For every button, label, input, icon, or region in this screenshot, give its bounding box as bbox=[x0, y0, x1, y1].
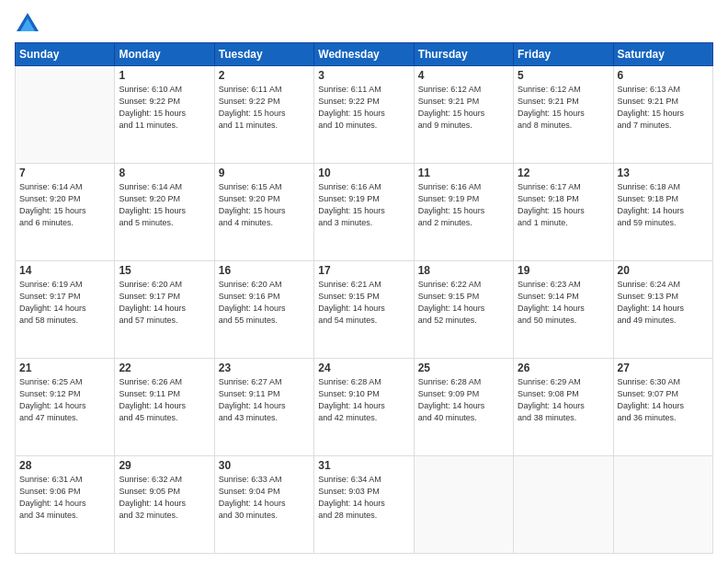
day-info: Sunrise: 6:24 AMSunset: 9:13 PMDaylight:… bbox=[618, 279, 709, 327]
day-number: 28 bbox=[19, 459, 110, 472]
day-number: 25 bbox=[418, 362, 509, 374]
calendar-week-row: 28Sunrise: 6:31 AMSunset: 9:06 PMDayligh… bbox=[16, 456, 713, 554]
calendar-cell: 26Sunrise: 6:29 AMSunset: 9:08 PMDayligh… bbox=[514, 359, 613, 456]
calendar-cell: 17Sunrise: 6:21 AMSunset: 9:15 PMDayligh… bbox=[314, 261, 414, 359]
calendar-header-thursday: Thursday bbox=[414, 43, 513, 66]
day-info: Sunrise: 6:28 AMSunset: 9:09 PMDaylight:… bbox=[418, 376, 509, 424]
day-number: 11 bbox=[418, 167, 509, 179]
calendar-cell: 13Sunrise: 6:18 AMSunset: 9:18 PMDayligh… bbox=[613, 164, 712, 261]
logo bbox=[15, 11, 44, 37]
calendar-cell: 30Sunrise: 6:33 AMSunset: 9:04 PMDayligh… bbox=[214, 456, 313, 554]
calendar-cell: 1Sunrise: 6:10 AMSunset: 9:22 PMDaylight… bbox=[115, 66, 214, 164]
day-info: Sunrise: 6:34 AMSunset: 9:03 PMDaylight:… bbox=[318, 474, 409, 522]
day-number: 24 bbox=[318, 362, 409, 374]
calendar-cell: 20Sunrise: 6:24 AMSunset: 9:13 PMDayligh… bbox=[613, 261, 712, 359]
day-info: Sunrise: 6:16 AMSunset: 9:19 PMDaylight:… bbox=[418, 181, 509, 229]
calendar-cell: 31Sunrise: 6:34 AMSunset: 9:03 PMDayligh… bbox=[314, 456, 414, 554]
calendar-cell bbox=[16, 66, 115, 164]
calendar-header-monday: Monday bbox=[115, 43, 214, 66]
calendar-cell: 16Sunrise: 6:20 AMSunset: 9:16 PMDayligh… bbox=[214, 261, 313, 359]
day-info: Sunrise: 6:23 AMSunset: 9:14 PMDaylight:… bbox=[518, 279, 609, 327]
calendar-cell bbox=[414, 456, 513, 554]
calendar-cell bbox=[613, 456, 712, 554]
day-info: Sunrise: 6:30 AMSunset: 9:07 PMDaylight:… bbox=[618, 376, 709, 424]
calendar-cell: 8Sunrise: 6:14 AMSunset: 9:20 PMDaylight… bbox=[115, 164, 214, 261]
calendar-cell: 24Sunrise: 6:28 AMSunset: 9:10 PMDayligh… bbox=[314, 359, 414, 456]
calendar-cell: 18Sunrise: 6:22 AMSunset: 9:15 PMDayligh… bbox=[414, 261, 513, 359]
day-info: Sunrise: 6:22 AMSunset: 9:15 PMDaylight:… bbox=[418, 279, 509, 327]
day-number: 5 bbox=[518, 69, 609, 82]
day-number: 23 bbox=[219, 362, 310, 374]
day-number: 3 bbox=[318, 69, 409, 82]
day-info: Sunrise: 6:31 AMSunset: 9:06 PMDaylight:… bbox=[19, 474, 110, 522]
calendar-cell: 4Sunrise: 6:12 AMSunset: 9:21 PMDaylight… bbox=[414, 66, 513, 164]
logo-icon bbox=[15, 11, 40, 37]
calendar-cell: 15Sunrise: 6:20 AMSunset: 9:17 PMDayligh… bbox=[115, 261, 214, 359]
day-number: 4 bbox=[418, 69, 509, 82]
calendar-cell: 7Sunrise: 6:14 AMSunset: 9:20 PMDaylight… bbox=[16, 164, 115, 261]
day-number: 22 bbox=[119, 362, 210, 374]
day-number: 14 bbox=[19, 264, 110, 277]
day-number: 8 bbox=[119, 167, 210, 179]
day-info: Sunrise: 6:27 AMSunset: 9:11 PMDaylight:… bbox=[219, 376, 310, 424]
day-number: 17 bbox=[318, 264, 409, 277]
calendar-week-row: 14Sunrise: 6:19 AMSunset: 9:17 PMDayligh… bbox=[16, 261, 713, 359]
day-info: Sunrise: 6:13 AMSunset: 9:21 PMDaylight:… bbox=[618, 84, 709, 132]
calendar-cell: 3Sunrise: 6:11 AMSunset: 9:22 PMDaylight… bbox=[314, 66, 414, 164]
day-number: 10 bbox=[318, 167, 409, 179]
day-info: Sunrise: 6:15 AMSunset: 9:20 PMDaylight:… bbox=[219, 181, 310, 229]
day-info: Sunrise: 6:12 AMSunset: 9:21 PMDaylight:… bbox=[518, 84, 609, 132]
calendar-table: SundayMondayTuesdayWednesdayThursdayFrid… bbox=[15, 42, 713, 554]
calendar-cell: 5Sunrise: 6:12 AMSunset: 9:21 PMDaylight… bbox=[514, 66, 613, 164]
day-number: 16 bbox=[219, 264, 310, 277]
calendar-week-row: 7Sunrise: 6:14 AMSunset: 9:20 PMDaylight… bbox=[16, 164, 713, 261]
day-number: 7 bbox=[19, 167, 110, 179]
day-info: Sunrise: 6:19 AMSunset: 9:17 PMDaylight:… bbox=[19, 279, 110, 327]
day-info: Sunrise: 6:20 AMSunset: 9:16 PMDaylight:… bbox=[219, 279, 310, 327]
day-number: 18 bbox=[418, 264, 509, 277]
day-info: Sunrise: 6:14 AMSunset: 9:20 PMDaylight:… bbox=[119, 181, 210, 229]
calendar-cell: 9Sunrise: 6:15 AMSunset: 9:20 PMDaylight… bbox=[214, 164, 313, 261]
calendar-header-sunday: Sunday bbox=[16, 43, 115, 66]
calendar-cell: 12Sunrise: 6:17 AMSunset: 9:18 PMDayligh… bbox=[514, 164, 613, 261]
calendar-cell: 6Sunrise: 6:13 AMSunset: 9:21 PMDaylight… bbox=[613, 66, 712, 164]
day-info: Sunrise: 6:18 AMSunset: 9:18 PMDaylight:… bbox=[618, 181, 709, 229]
day-info: Sunrise: 6:16 AMSunset: 9:19 PMDaylight:… bbox=[318, 181, 409, 229]
day-number: 19 bbox=[518, 264, 609, 277]
calendar-cell: 22Sunrise: 6:26 AMSunset: 9:11 PMDayligh… bbox=[115, 359, 214, 456]
calendar-cell: 29Sunrise: 6:32 AMSunset: 9:05 PMDayligh… bbox=[115, 456, 214, 554]
calendar-cell: 2Sunrise: 6:11 AMSunset: 9:22 PMDaylight… bbox=[214, 66, 313, 164]
day-number: 31 bbox=[318, 459, 409, 472]
day-info: Sunrise: 6:20 AMSunset: 9:17 PMDaylight:… bbox=[119, 279, 210, 327]
day-number: 9 bbox=[219, 167, 310, 179]
day-info: Sunrise: 6:14 AMSunset: 9:20 PMDaylight:… bbox=[19, 181, 110, 229]
day-number: 1 bbox=[119, 69, 210, 82]
calendar-header-tuesday: Tuesday bbox=[214, 43, 313, 66]
day-info: Sunrise: 6:12 AMSunset: 9:21 PMDaylight:… bbox=[418, 84, 509, 132]
day-number: 15 bbox=[119, 264, 210, 277]
day-info: Sunrise: 6:25 AMSunset: 9:12 PMDaylight:… bbox=[19, 376, 110, 424]
day-info: Sunrise: 6:33 AMSunset: 9:04 PMDaylight:… bbox=[219, 474, 310, 522]
day-info: Sunrise: 6:10 AMSunset: 9:22 PMDaylight:… bbox=[119, 84, 210, 132]
day-info: Sunrise: 6:11 AMSunset: 9:22 PMDaylight:… bbox=[318, 84, 409, 132]
calendar-cell bbox=[514, 456, 613, 554]
calendar-header-row: SundayMondayTuesdayWednesdayThursdayFrid… bbox=[16, 43, 713, 66]
day-info: Sunrise: 6:28 AMSunset: 9:10 PMDaylight:… bbox=[318, 376, 409, 424]
day-number: 13 bbox=[618, 167, 709, 179]
day-number: 27 bbox=[618, 362, 709, 374]
calendar-cell: 10Sunrise: 6:16 AMSunset: 9:19 PMDayligh… bbox=[314, 164, 414, 261]
day-number: 30 bbox=[219, 459, 310, 472]
day-info: Sunrise: 6:26 AMSunset: 9:11 PMDaylight:… bbox=[119, 376, 210, 424]
day-number: 21 bbox=[19, 362, 110, 374]
day-info: Sunrise: 6:11 AMSunset: 9:22 PMDaylight:… bbox=[219, 84, 310, 132]
day-number: 2 bbox=[219, 69, 310, 82]
calendar-cell: 23Sunrise: 6:27 AMSunset: 9:11 PMDayligh… bbox=[214, 359, 313, 456]
day-number: 26 bbox=[518, 362, 609, 374]
day-number: 20 bbox=[618, 264, 709, 277]
calendar-cell: 25Sunrise: 6:28 AMSunset: 9:09 PMDayligh… bbox=[414, 359, 513, 456]
day-number: 29 bbox=[119, 459, 210, 472]
day-info: Sunrise: 6:21 AMSunset: 9:15 PMDaylight:… bbox=[318, 279, 409, 327]
calendar-cell: 28Sunrise: 6:31 AMSunset: 9:06 PMDayligh… bbox=[16, 456, 115, 554]
day-info: Sunrise: 6:17 AMSunset: 9:18 PMDaylight:… bbox=[518, 181, 609, 229]
calendar-header-friday: Friday bbox=[514, 43, 613, 66]
